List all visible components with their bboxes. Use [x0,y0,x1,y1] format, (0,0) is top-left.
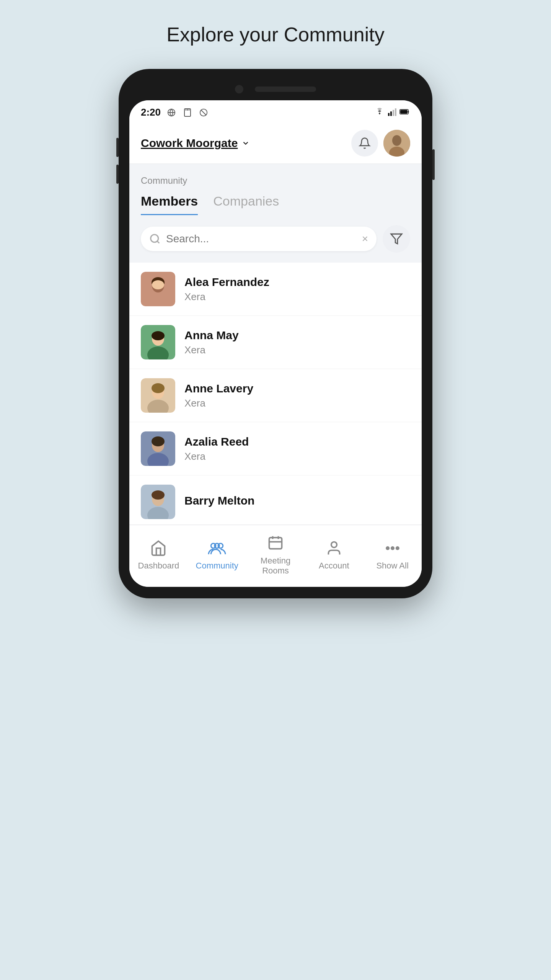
member-item[interactable]: Anna May Xera [129,316,422,369]
member-name: Anne Lavery [184,382,253,395]
nav-meeting-rooms[interactable]: MeetingRooms [246,534,305,576]
svg-point-32 [152,383,165,393]
tabs-container: Members Companies [141,194,410,215]
member-name: Alea Fernandez [184,276,269,289]
member-avatar [141,325,175,359]
nav-account-label: Account [319,561,349,571]
svg-point-48 [331,542,337,548]
search-box[interactable]: × [141,227,377,251]
status-bar: 2:20 [129,100,422,123]
page-title: Explore your Community [166,23,384,46]
earpiece-speaker [255,87,316,92]
workspace-name-text: Cowork Moorgate [141,137,238,150]
meeting-rooms-icon [266,534,285,553]
svg-line-18 [157,241,159,243]
signal-icon [388,108,396,118]
svg-rect-11 [395,108,396,116]
phone-screen: 2:20 [129,100,422,587]
member-avatar [141,485,175,519]
power-button[interactable] [432,149,435,180]
nav-dashboard-label: Dashboard [138,561,179,571]
search-input[interactable] [166,233,357,245]
nav-community-label: Community [196,561,238,571]
filter-button[interactable] [383,225,410,253]
status-time: 2:20 [141,106,161,118]
search-clear-button[interactable]: × [362,233,368,245]
tab-members[interactable]: Members [141,194,198,215]
mute-icon [198,107,209,118]
front-camera [235,85,243,93]
svg-point-40 [152,490,165,500]
svg-line-7 [201,110,206,115]
tab-companies[interactable]: Companies [213,194,279,215]
member-item[interactable]: Anne Lavery Xera [129,369,422,422]
svg-point-28 [152,331,165,340]
svg-rect-8 [388,113,390,116]
member-avatar [141,431,175,466]
member-item[interactable]: Azalia Reed Xera [129,422,422,475]
member-avatar [141,272,175,306]
volume-up-button[interactable] [116,138,119,157]
bottom-nav: Dashboard Community [129,525,422,587]
nav-account[interactable]: Account [305,539,363,571]
chevron-down-icon [241,139,250,147]
notification-bell-button[interactable] [351,130,378,157]
svg-rect-9 [390,111,392,116]
sd-card-icon [182,107,193,118]
filter-icon [390,232,403,245]
phone-notch [129,80,422,100]
svg-point-50 [391,547,394,549]
svg-point-49 [386,547,389,549]
bell-icon [359,137,371,149]
volume-down-button[interactable] [116,165,119,184]
screen-content: Community Members Companies [129,164,422,215]
dashboard-icon [149,539,168,558]
account-icon [324,539,344,558]
globe-icon [166,107,177,118]
phone-frame: 2:20 [119,69,432,598]
svg-point-51 [396,547,399,549]
member-company: Xera [184,344,239,356]
member-company: Xera [184,291,269,303]
member-item[interactable]: Alea Fernandez Xera [129,263,422,316]
nav-show-all-label: Show All [376,561,408,571]
members-list: Alea Fernandez Xera Anna May Xera [129,263,422,525]
workspace-selector[interactable]: Cowork Moorgate [141,137,250,150]
nav-show-all[interactable]: Show All [363,539,422,571]
app-header: Cowork Moorgate [129,123,422,164]
svg-point-36 [152,436,165,446]
community-icon [207,539,227,558]
member-item[interactable]: Barry Melton [129,475,422,525]
svg-point-24 [152,280,164,289]
svg-point-15 [392,135,401,146]
nav-community[interactable]: Community [188,539,246,571]
user-avatar-button[interactable] [383,130,410,157]
nav-meeting-rooms-label: MeetingRooms [261,556,290,576]
member-company: Xera [184,451,249,462]
svg-rect-44 [269,537,282,549]
svg-rect-13 [401,110,407,113]
member-name: Barry Melton [184,494,254,507]
member-name: Azalia Reed [184,435,249,448]
user-avatar-img [383,130,410,157]
member-name: Anna May [184,329,239,342]
svg-point-17 [151,235,158,242]
wifi-icon [374,108,385,118]
svg-marker-19 [391,234,402,244]
nav-dashboard[interactable]: Dashboard [129,539,188,571]
member-avatar [141,378,175,413]
community-section-label: Community [141,175,410,186]
member-company: Xera [184,397,253,409]
show-all-icon [383,539,402,558]
battery-icon [399,108,410,117]
search-row: × [129,215,422,263]
svg-rect-10 [393,110,394,116]
search-icon [149,233,161,245]
